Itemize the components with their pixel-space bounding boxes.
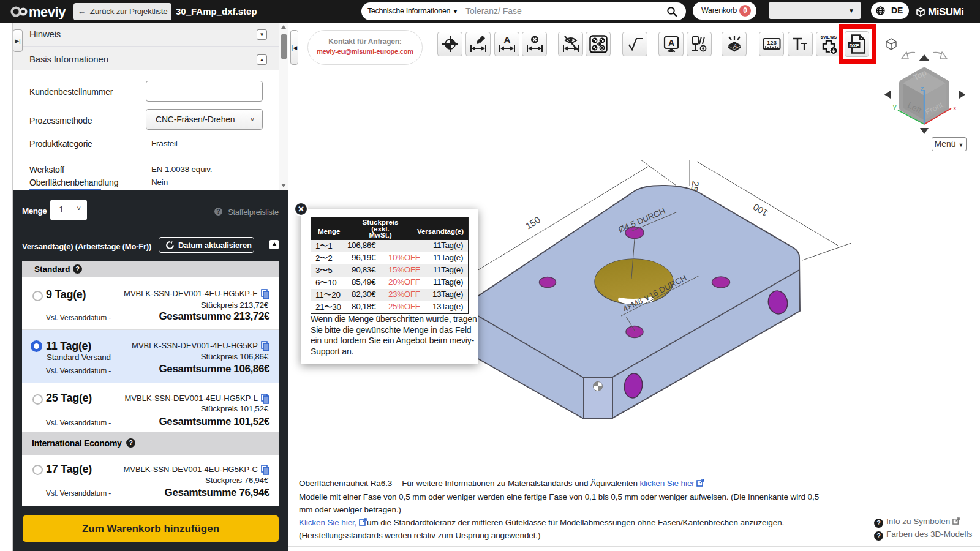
svg-text:25: 25	[689, 180, 701, 192]
svg-text:100: 100	[751, 202, 769, 219]
svg-text:z: z	[921, 84, 924, 92]
svg-text:150: 150	[524, 214, 542, 231]
svg-text:x: x	[953, 104, 957, 111]
svg-text:y: y	[893, 103, 897, 110]
